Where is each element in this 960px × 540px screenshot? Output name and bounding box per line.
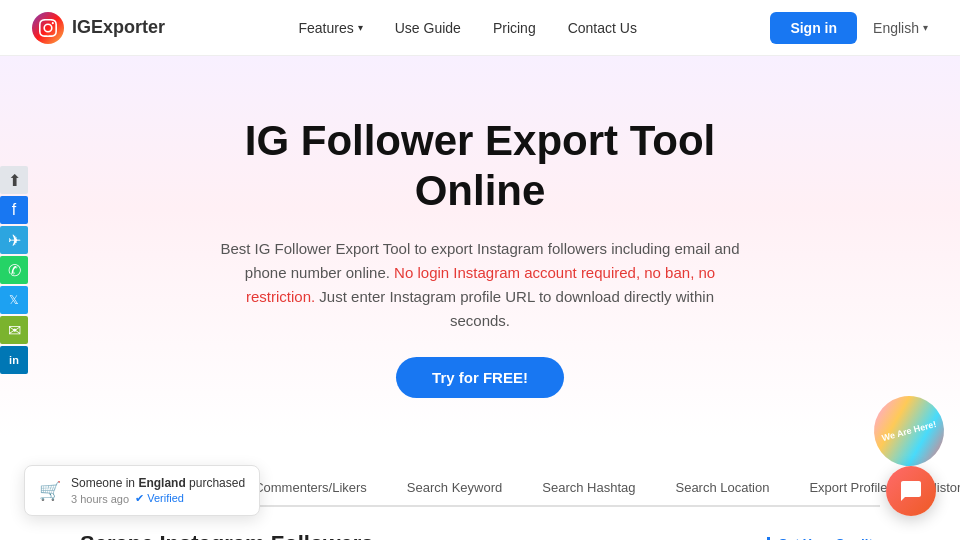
brand-logo[interactable]: IGExporter (32, 12, 165, 44)
tab-search-keyword[interactable]: Search Keyword (387, 470, 522, 507)
try-free-button[interactable]: Try for FREE! (396, 357, 564, 398)
hero-description: Best IG Follower Export Tool to export I… (220, 237, 740, 333)
facebook-share-button[interactable]: f (0, 196, 28, 224)
section-header: Scrape Instagram Followers Get Your Cred… (80, 531, 880, 540)
toast-notification: 🛒 Someone in England purchased 3 hours a… (24, 465, 260, 516)
twitter-share-button[interactable]: 𝕏 (0, 286, 28, 314)
help-button[interactable] (886, 466, 936, 516)
toast-text: Someone in England purchased (71, 476, 245, 490)
lang-chevron-icon: ▾ (923, 22, 928, 33)
toast-content: Someone in England purchased 3 hours ago… (71, 476, 245, 505)
nav-contact[interactable]: Contact Us (568, 20, 637, 36)
toast-icon: 🛒 (39, 480, 61, 502)
hero-title: IG Follower Export Tool Online (32, 116, 928, 217)
verified-badge: ✔ Verified (135, 492, 184, 505)
nav-use-guide[interactable]: Use Guide (395, 20, 461, 36)
tab-search-location[interactable]: Search Location (655, 470, 789, 507)
tab-search-hashtag[interactable]: Search Hashtag (522, 470, 655, 507)
brand-name: IGExporter (72, 17, 165, 38)
share-button[interactable]: ⬆ (0, 166, 28, 194)
signin-button[interactable]: Sign in (770, 12, 857, 44)
toast-sub: 3 hours ago ✔ Verified (71, 492, 245, 505)
chat-icon (899, 479, 923, 503)
chevron-down-icon: ▾ (358, 22, 363, 33)
navbar-right: Sign in English ▾ (770, 12, 928, 44)
whatsapp-share-button[interactable]: ✆ (0, 256, 28, 284)
nav-menu: Features ▾ Use Guide Pricing Contact Us (298, 20, 636, 36)
help-bubble-text: We Are Here! (866, 388, 952, 474)
hero-section: IG Follower Export Tool Online Best IG F… (0, 56, 960, 438)
nav-features[interactable]: Features ▾ (298, 20, 362, 36)
nav-pricing[interactable]: Pricing (493, 20, 536, 36)
ig-logo-svg (39, 19, 57, 37)
social-sidebar: ⬆ f ✈ ✆ 𝕏 ✉ in (0, 166, 28, 374)
get-credits-link[interactable]: Get Your Credits (767, 536, 880, 540)
telegram-share-button[interactable]: ✈ (0, 226, 28, 254)
language-selector[interactable]: English ▾ (873, 20, 928, 36)
linkedin-share-button[interactable]: in (0, 346, 28, 374)
wechat-share-button[interactable]: ✉ (0, 316, 28, 344)
logo-icon (32, 12, 64, 44)
help-bubble: We Are Here! (874, 396, 944, 466)
navbar: IGExporter Features ▾ Use Guide Pricing … (0, 0, 960, 56)
section-title: Scrape Instagram Followers (80, 531, 373, 540)
